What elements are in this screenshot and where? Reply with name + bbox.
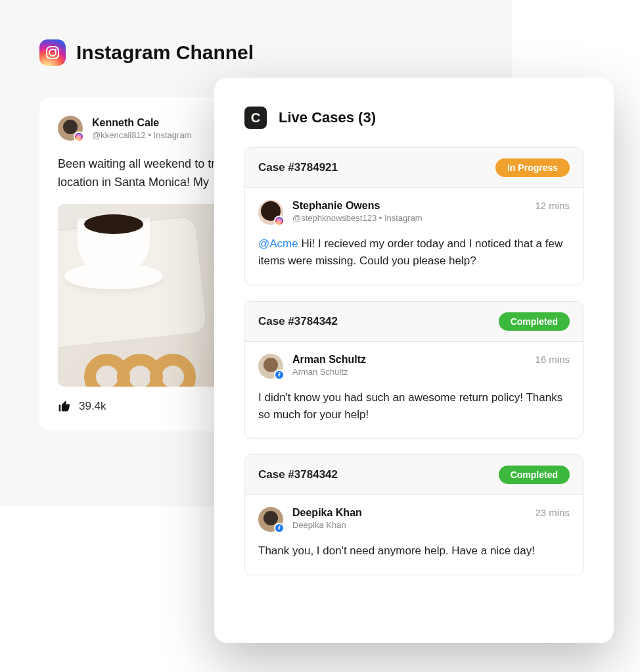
case-id: Case #3784342 (258, 315, 338, 328)
like-icon (58, 400, 71, 413)
case-user-meta: Arman Schultz (292, 367, 366, 377)
post-like-count: 39.4k (79, 400, 106, 413)
facebook-badge-icon (274, 370, 285, 380)
live-cases-panel: C Live Cases (3) Case #3784921 In Progre… (214, 78, 614, 643)
case-user-avatar[interactable] (258, 354, 283, 379)
case-status-badge: Completed (499, 466, 570, 484)
case-user-name[interactable]: Deepika Khan (292, 507, 362, 519)
instagram-logo-icon (39, 39, 66, 66)
case-user-name[interactable]: Arman Schultz (292, 354, 366, 366)
post-author-avatar[interactable] (58, 116, 83, 141)
case-message: @Acme Hi! I recieved my order today and … (258, 235, 570, 270)
case-user-meta: Deepika Khan (292, 520, 362, 530)
svg-point-3 (279, 220, 281, 222)
case-user-row: Arman Schultz Arman Schultz 16 mins (258, 354, 570, 379)
case-card[interactable]: Case #3784342 Completed Deepika Khan Dee… (244, 454, 583, 575)
post-author-meta: @kkencali812 • Instagram (92, 130, 191, 140)
svg-rect-0 (77, 135, 81, 139)
post-author-name[interactable]: Kenneth Cale (92, 117, 191, 129)
live-cases-title: Live Cases (3) (279, 109, 376, 126)
cases-list: Case #3784921 In Progress Stephanie Owen… (244, 147, 583, 575)
instagram-badge-icon (74, 132, 84, 142)
case-card[interactable]: Case #3784342 Completed Arman Schultz Ar… (244, 301, 583, 439)
case-card[interactable]: Case #3784921 In Progress Stephanie Owen… (244, 147, 583, 285)
case-time: 23 mins (535, 507, 570, 518)
case-message: I didn't know you had such an awesome re… (258, 389, 570, 424)
svg-rect-2 (277, 219, 281, 223)
case-head: Case #3784921 In Progress (245, 148, 583, 188)
case-user-row: Deepika Khan Deepika Khan 23 mins (258, 507, 570, 532)
case-user-avatar[interactable] (258, 200, 283, 225)
case-mention[interactable]: @Acme (258, 237, 298, 250)
case-time: 16 mins (535, 354, 570, 365)
case-user-avatar[interactable] (258, 507, 283, 532)
case-body: Deepika Khan Deepika Khan 23 mins Thank … (245, 495, 583, 574)
case-status-badge: In Progress (495, 158, 570, 177)
case-message: Thank you, I don't need anymore help. Ha… (258, 542, 570, 560)
cases-app-icon: C (244, 107, 267, 129)
instagram-badge-icon (274, 216, 285, 226)
case-user-name[interactable]: Stephanie Owens (292, 200, 423, 212)
live-cases-header: C Live Cases (3) (244, 107, 583, 129)
case-user-meta: @stephknowsbest123 • Instagram (292, 213, 423, 223)
case-body: Arman Schultz Arman Schultz 16 mins I di… (245, 342, 583, 439)
case-status-badge: Completed (499, 312, 570, 331)
channel-header: Instagram Channel (39, 39, 473, 66)
channel-title: Instagram Channel (76, 41, 254, 64)
post-author-block: Kenneth Cale @kkencali812 • Instagram (92, 117, 191, 140)
facebook-badge-icon (274, 523, 285, 533)
svg-point-1 (78, 136, 80, 138)
case-time: 12 mins (535, 200, 570, 211)
case-head: Case #3784342 Completed (245, 302, 583, 342)
case-user-row: Stephanie Owens @stephknowsbest123 • Ins… (258, 200, 570, 225)
case-head: Case #3784342 Completed (245, 455, 583, 495)
case-id: Case #3784921 (258, 161, 338, 174)
case-body: Stephanie Owens @stephknowsbest123 • Ins… (245, 188, 583, 285)
case-id: Case #3784342 (258, 468, 338, 481)
